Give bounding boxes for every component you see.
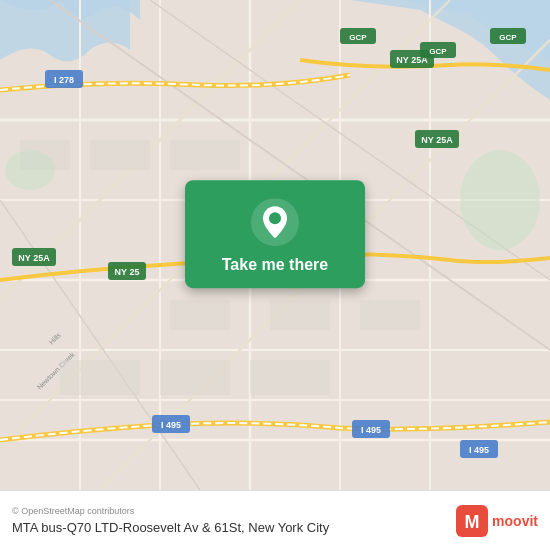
- svg-rect-50: [60, 360, 140, 395]
- svg-point-54: [5, 150, 55, 190]
- svg-text:NY 25A: NY 25A: [18, 253, 50, 263]
- svg-text:GCP: GCP: [429, 47, 447, 56]
- bottom-bar: © OpenStreetMap contributors MTA bus-Q70…: [0, 490, 550, 550]
- svg-point-53: [460, 150, 540, 250]
- moovit-logo: M moovit: [456, 505, 538, 537]
- svg-text:GCP: GCP: [349, 33, 367, 42]
- svg-rect-52: [250, 360, 330, 395]
- svg-text:NY 25: NY 25: [115, 267, 140, 277]
- svg-rect-45: [90, 140, 150, 170]
- moovit-m-icon: M: [456, 505, 488, 537]
- svg-text:NY 25A: NY 25A: [421, 135, 453, 145]
- svg-rect-51: [160, 360, 230, 395]
- svg-point-56: [269, 212, 281, 224]
- take-me-there-card[interactable]: Take me there: [185, 180, 365, 288]
- svg-text:GCP: GCP: [499, 33, 517, 42]
- svg-rect-49: [360, 300, 420, 330]
- attribution: © OpenStreetMap contributors: [12, 506, 329, 516]
- svg-text:I 495: I 495: [469, 445, 489, 455]
- svg-text:I 278: I 278: [54, 75, 74, 85]
- svg-text:I 495: I 495: [361, 425, 381, 435]
- map-container: I 278 NY 25A NY 25 NY 25 I 495 I 495 I 4…: [0, 0, 550, 490]
- svg-rect-47: [170, 300, 230, 330]
- svg-text:M: M: [465, 512, 480, 532]
- take-me-there-label: Take me there: [222, 256, 328, 274]
- location-pin-icon: [251, 198, 299, 246]
- location-name: MTA bus-Q70 LTD-Roosevelt Av & 61St, New…: [12, 520, 329, 535]
- bottom-left: © OpenStreetMap contributors MTA bus-Q70…: [12, 506, 329, 535]
- svg-rect-46: [170, 140, 240, 170]
- svg-rect-48: [270, 300, 330, 330]
- moovit-text: moovit: [492, 513, 538, 529]
- svg-text:I 495: I 495: [161, 420, 181, 430]
